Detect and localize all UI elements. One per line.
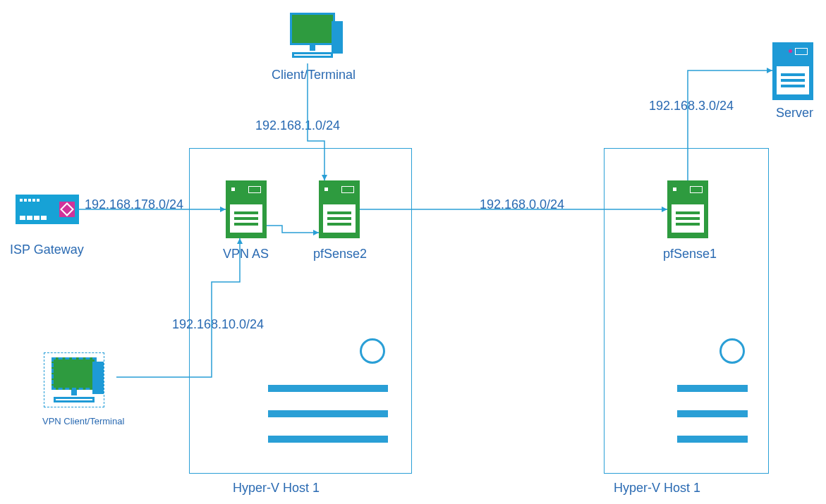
- isp-gateway-label: ISP Gateway: [10, 242, 84, 257]
- host1-circle-icon: [360, 338, 385, 364]
- host1-bar-icon: [268, 385, 388, 392]
- host2-bar-icon: [677, 436, 748, 443]
- host2-bar-icon: [677, 385, 748, 392]
- host2-bar-icon: [677, 410, 748, 417]
- client-terminal-label: Client/Terminal: [272, 68, 356, 82]
- subnet-pf2-pf1: 192.168.0.0/24: [480, 197, 564, 212]
- subnet-pf1-server: 192.168.3.0/24: [649, 99, 734, 113]
- pfsense2-label: pfSense2: [313, 247, 367, 262]
- vpn-client-terminal-label: VPN Client/Terminal: [42, 416, 124, 426]
- vpn-client-terminal-icon: [44, 352, 104, 407]
- diagram-canvas: Hyper-V Host 1 Hyper-V Host 1 ISP Gatewa…: [0, 0, 826, 504]
- hyperv-host-1-box: [189, 148, 412, 474]
- subnet-client-pfsense2: 192.168.1.0/24: [255, 118, 340, 133]
- subnet-vpnclient-vpnas: 192.168.10.0/24: [172, 317, 264, 332]
- hyperv-host-2-label: Hyper-V Host 1: [614, 481, 700, 496]
- client-terminal-icon: [282, 13, 343, 58]
- vpn-as-icon: [226, 180, 267, 238]
- pfsense2-icon: [319, 180, 360, 238]
- host1-bar-icon: [268, 410, 388, 417]
- isp-gateway-icon: [16, 195, 79, 224]
- vpn-as-label: VPN AS: [223, 247, 269, 262]
- subnet-isp-vpnas: 192.168.178.0/24: [85, 197, 183, 212]
- svg-marker-6: [767, 68, 772, 73]
- pfsense1-label: pfSense1: [663, 247, 717, 262]
- pfsense1-icon: [667, 180, 708, 238]
- server-icon: [772, 42, 813, 100]
- server-label: Server: [776, 106, 813, 121]
- hyperv-host-1-label: Hyper-V Host 1: [233, 481, 320, 496]
- host1-bar-icon: [268, 436, 388, 443]
- host2-circle-icon: [719, 338, 745, 364]
